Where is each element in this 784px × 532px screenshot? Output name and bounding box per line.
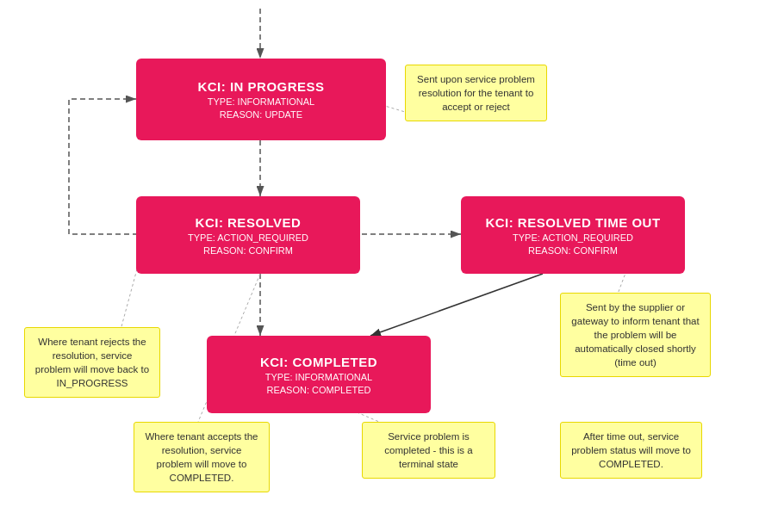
in-progress-box: KCI: IN PROGRESS TYPE: INFORMATIONAL REA… xyxy=(136,59,386,140)
resolved-timeout-title: KCI: RESOLVED TIME OUT xyxy=(485,215,660,230)
in-progress-line2: REASON: UPDATE xyxy=(220,109,302,120)
resolved-timeout-line1: TYPE: ACTION_REQUIRED xyxy=(513,232,633,243)
completed-line2: REASON: COMPLETED xyxy=(266,385,370,395)
completed-line1: TYPE: INFORMATIONAL xyxy=(265,372,372,382)
resolved-title: KCI: RESOLVED xyxy=(196,215,302,230)
resolved-box: KCI: RESOLVED TYPE: ACTION_REQUIRED REAS… xyxy=(136,196,360,274)
note-sent-upon: Sent upon service problem resolution for… xyxy=(405,65,547,121)
svg-line-6 xyxy=(370,274,543,336)
note-tenant-accepts: Where tenant accepts the resolution, ser… xyxy=(134,422,270,492)
diagram-container: KCI: IN PROGRESS TYPE: INFORMATIONAL REA… xyxy=(0,0,784,532)
in-progress-line1: TYPE: INFORMATIONAL xyxy=(208,96,314,107)
note-after-timeout: After time out, service problem status w… xyxy=(560,422,702,479)
resolved-timeout-box: KCI: RESOLVED TIME OUT TYPE: ACTION_REQU… xyxy=(461,196,685,274)
resolved-line2: REASON: CONFIRM xyxy=(203,245,293,256)
resolved-line1: TYPE: ACTION_REQUIRED xyxy=(188,232,308,243)
completed-title: KCI: COMPLETED xyxy=(260,355,377,369)
note-tenant-rejects: Where tenant rejects the resolution, ser… xyxy=(24,327,160,398)
note-sent-by-supplier: Sent by the supplier or gateway to infor… xyxy=(560,293,711,377)
note-terminal-state: Service problem is completed - this is a… xyxy=(362,422,495,479)
in-progress-title: KCI: IN PROGRESS xyxy=(197,79,324,94)
resolved-timeout-line2: REASON: CONFIRM xyxy=(528,245,618,256)
completed-box: KCI: COMPLETED TYPE: INFORMATIONAL REASO… xyxy=(207,336,431,413)
